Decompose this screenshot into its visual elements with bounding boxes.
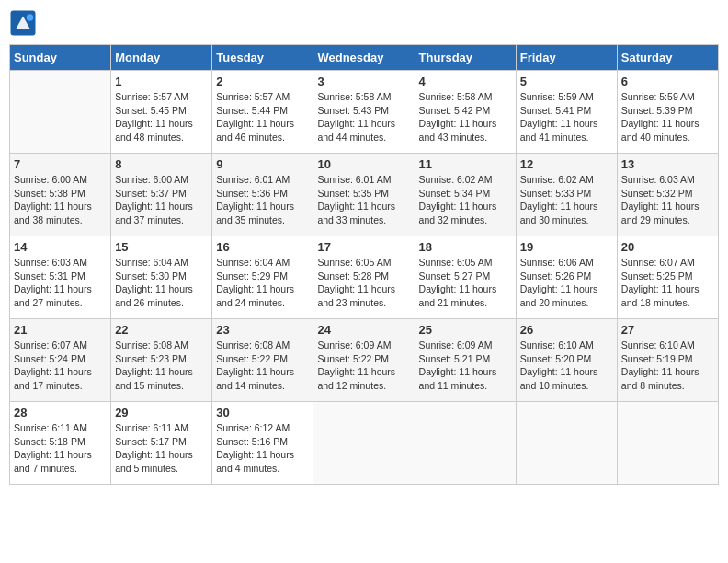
day-info: Sunrise: 6:10 AMSunset: 5:20 PMDaylight:…: [520, 339, 613, 393]
day-header-monday: Monday: [111, 45, 212, 71]
day-info: Sunrise: 6:03 AMSunset: 5:31 PMDaylight:…: [14, 256, 107, 310]
day-info: Sunrise: 6:07 AMSunset: 5:25 PMDaylight:…: [621, 256, 714, 310]
day-info: Sunrise: 6:04 AMSunset: 5:30 PMDaylight:…: [115, 256, 208, 310]
calendar-cell: 9 Sunrise: 6:01 AMSunset: 5:36 PMDayligh…: [212, 154, 313, 236]
day-info: Sunrise: 6:10 AMSunset: 5:19 PMDaylight:…: [621, 339, 714, 393]
day-number: 15: [115, 240, 208, 254]
day-number: 30: [216, 406, 309, 419]
calendar-cell: 21 Sunrise: 6:07 AMSunset: 5:24 PMDaylig…: [10, 319, 111, 402]
calendar-cell: 7 Sunrise: 6:00 AMSunset: 5:38 PMDayligh…: [10, 154, 111, 236]
calendar-cell: [10, 71, 111, 154]
calendar-cell: 14 Sunrise: 6:03 AMSunset: 5:31 PMDaylig…: [10, 236, 111, 319]
day-number: 20: [621, 240, 714, 254]
calendar-week-1: 1 Sunrise: 5:57 AMSunset: 5:45 PMDayligh…: [10, 71, 719, 154]
calendar-week-3: 14 Sunrise: 6:03 AMSunset: 5:31 PMDaylig…: [10, 236, 719, 319]
calendar-cell: 28 Sunrise: 6:11 AMSunset: 5:18 PMDaylig…: [10, 402, 111, 485]
day-number: 11: [419, 157, 512, 171]
calendar-cell: 26 Sunrise: 6:10 AMSunset: 5:20 PMDaylig…: [516, 319, 617, 402]
calendar-cell: 16 Sunrise: 6:04 AMSunset: 5:29 PMDaylig…: [212, 236, 313, 319]
day-number: 13: [621, 157, 714, 171]
calendar-cell: 8 Sunrise: 6:00 AMSunset: 5:37 PMDayligh…: [111, 154, 212, 236]
day-info: Sunrise: 5:57 AMSunset: 5:44 PMDaylight:…: [216, 90, 309, 144]
calendar-cell: 22 Sunrise: 6:08 AMSunset: 5:23 PMDaylig…: [111, 319, 212, 402]
calendar-cell: 4 Sunrise: 5:58 AMSunset: 5:42 PMDayligh…: [415, 71, 516, 154]
day-number: 8: [115, 157, 208, 171]
day-info: Sunrise: 6:12 AMSunset: 5:16 PMDaylight:…: [216, 421, 309, 476]
day-number: 14: [14, 240, 107, 254]
day-info: Sunrise: 6:09 AMSunset: 5:22 PMDaylight:…: [317, 339, 410, 393]
day-info: Sunrise: 6:09 AMSunset: 5:21 PMDaylight:…: [419, 339, 512, 393]
calendar-week-2: 7 Sunrise: 6:00 AMSunset: 5:38 PMDayligh…: [10, 154, 719, 236]
day-info: Sunrise: 5:58 AMSunset: 5:43 PMDaylight:…: [317, 90, 410, 144]
day-number: 1: [115, 75, 208, 88]
calendar-cell: 3 Sunrise: 5:58 AMSunset: 5:43 PMDayligh…: [313, 71, 415, 154]
day-number: 29: [115, 406, 208, 419]
logo-icon: [9, 9, 37, 37]
day-number: 16: [216, 240, 309, 254]
calendar-cell: [617, 402, 718, 485]
logo: [9, 9, 40, 37]
day-header-tuesday: Tuesday: [212, 45, 313, 71]
svg-point-2: [27, 14, 34, 21]
day-info: Sunrise: 5:57 AMSunset: 5:45 PMDaylight:…: [115, 90, 208, 144]
day-number: 24: [317, 323, 410, 337]
day-info: Sunrise: 6:06 AMSunset: 5:26 PMDaylight:…: [520, 256, 613, 310]
calendar-cell: 2 Sunrise: 5:57 AMSunset: 5:44 PMDayligh…: [212, 71, 313, 154]
day-number: 3: [317, 75, 410, 88]
page-header: [9, 9, 719, 37]
calendar-cell: 25 Sunrise: 6:09 AMSunset: 5:21 PMDaylig…: [415, 319, 516, 402]
calendar-cell: [516, 402, 617, 485]
day-info: Sunrise: 6:00 AMSunset: 5:37 PMDaylight:…: [115, 173, 208, 227]
day-header-saturday: Saturday: [617, 45, 718, 71]
calendar-cell: 24 Sunrise: 6:09 AMSunset: 5:22 PMDaylig…: [313, 319, 415, 402]
calendar-cell: 18 Sunrise: 6:05 AMSunset: 5:27 PMDaylig…: [415, 236, 516, 319]
calendar-cell: [313, 402, 415, 485]
day-info: Sunrise: 6:05 AMSunset: 5:28 PMDaylight:…: [317, 256, 410, 310]
day-info: Sunrise: 6:08 AMSunset: 5:23 PMDaylight:…: [115, 339, 208, 393]
day-number: 19: [520, 240, 613, 254]
calendar-cell: 5 Sunrise: 5:59 AMSunset: 5:41 PMDayligh…: [516, 71, 617, 154]
day-info: Sunrise: 5:59 AMSunset: 5:41 PMDaylight:…: [520, 90, 613, 144]
day-info: Sunrise: 6:02 AMSunset: 5:34 PMDaylight:…: [419, 173, 512, 227]
day-info: Sunrise: 5:58 AMSunset: 5:42 PMDaylight:…: [419, 90, 512, 144]
day-info: Sunrise: 6:01 AMSunset: 5:36 PMDaylight:…: [216, 173, 309, 227]
calendar-cell: 13 Sunrise: 6:03 AMSunset: 5:32 PMDaylig…: [617, 154, 718, 236]
day-number: 5: [520, 75, 613, 88]
day-number: 26: [520, 323, 613, 337]
day-info: Sunrise: 6:05 AMSunset: 5:27 PMDaylight:…: [419, 256, 512, 310]
calendar-cell: 27 Sunrise: 6:10 AMSunset: 5:19 PMDaylig…: [617, 319, 718, 402]
day-number: 27: [621, 323, 714, 337]
day-number: 17: [317, 240, 410, 254]
day-number: 6: [621, 75, 714, 88]
day-number: 21: [14, 323, 107, 337]
calendar-cell: 12 Sunrise: 6:02 AMSunset: 5:33 PMDaylig…: [516, 154, 617, 236]
calendar-cell: 17 Sunrise: 6:05 AMSunset: 5:28 PMDaylig…: [313, 236, 415, 319]
day-number: 9: [216, 157, 309, 171]
calendar-cell: 20 Sunrise: 6:07 AMSunset: 5:25 PMDaylig…: [617, 236, 718, 319]
calendar-week-5: 28 Sunrise: 6:11 AMSunset: 5:18 PMDaylig…: [10, 402, 719, 485]
calendar-cell: 15 Sunrise: 6:04 AMSunset: 5:30 PMDaylig…: [111, 236, 212, 319]
day-header-wednesday: Wednesday: [313, 45, 415, 71]
calendar-cell: 30 Sunrise: 6:12 AMSunset: 5:16 PMDaylig…: [212, 402, 313, 485]
day-info: Sunrise: 6:11 AMSunset: 5:18 PMDaylight:…: [14, 421, 107, 476]
calendar-table: SundayMondayTuesdayWednesdayThursdayFrid…: [9, 44, 719, 485]
day-number: 7: [14, 157, 107, 171]
day-number: 4: [419, 75, 512, 88]
day-info: Sunrise: 6:03 AMSunset: 5:32 PMDaylight:…: [621, 173, 714, 227]
day-number: 2: [216, 75, 309, 88]
day-info: Sunrise: 5:59 AMSunset: 5:39 PMDaylight:…: [621, 90, 714, 144]
calendar-cell: 19 Sunrise: 6:06 AMSunset: 5:26 PMDaylig…: [516, 236, 617, 319]
day-number: 22: [115, 323, 208, 337]
day-number: 23: [216, 323, 309, 337]
day-info: Sunrise: 6:00 AMSunset: 5:38 PMDaylight:…: [14, 173, 107, 227]
calendar-cell: 29 Sunrise: 6:11 AMSunset: 5:17 PMDaylig…: [111, 402, 212, 485]
day-number: 12: [520, 157, 613, 171]
calendar-cell: 11 Sunrise: 6:02 AMSunset: 5:34 PMDaylig…: [415, 154, 516, 236]
day-header-friday: Friday: [516, 45, 617, 71]
day-info: Sunrise: 6:04 AMSunset: 5:29 PMDaylight:…: [216, 256, 309, 310]
day-number: 25: [419, 323, 512, 337]
day-info: Sunrise: 6:08 AMSunset: 5:22 PMDaylight:…: [216, 339, 309, 393]
calendar-cell: [415, 402, 516, 485]
day-info: Sunrise: 6:11 AMSunset: 5:17 PMDaylight:…: [115, 421, 208, 476]
calendar-cell: 10 Sunrise: 6:01 AMSunset: 5:35 PMDaylig…: [313, 154, 415, 236]
